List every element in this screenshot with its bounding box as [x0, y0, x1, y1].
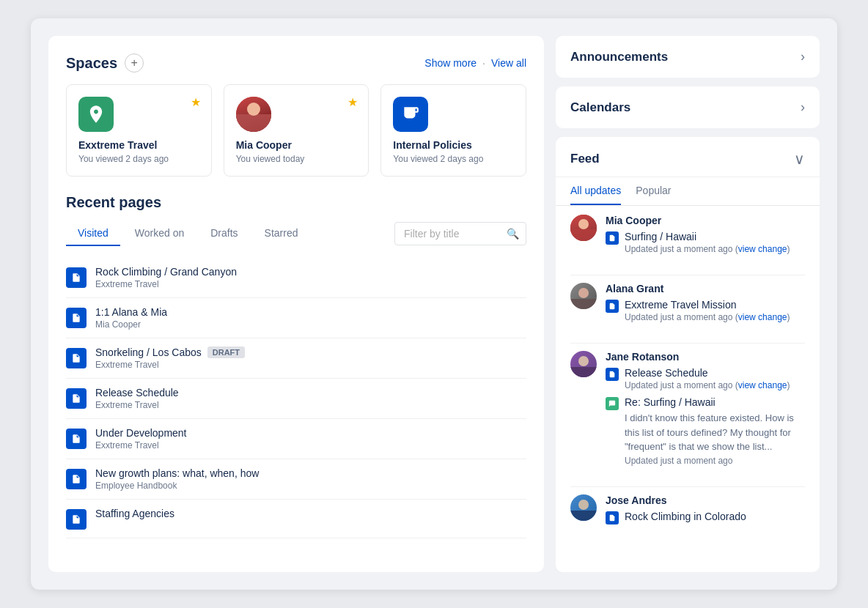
page-title-row: Release Schedule	[95, 387, 526, 398]
feed-divider	[570, 275, 805, 275]
feed-user-name-jane: Jane Rotanson	[606, 351, 805, 363]
page-doc-icon	[66, 388, 87, 409]
star-icon-mia: ★	[347, 95, 358, 109]
space-meta-mia: You viewed today	[236, 154, 305, 164]
feed-content-jane: Jane Rotanson Release Schedule Updated j…	[606, 351, 805, 469]
space-name-mia: Mia Cooper	[236, 139, 292, 151]
feed-item-doc-icon	[606, 300, 619, 313]
view-change-link-mia[interactable]: view change	[738, 244, 787, 254]
recent-pages-section: Recent pages Visited Worked on Drafts St…	[66, 194, 526, 538]
view-all-link[interactable]: View all	[491, 57, 526, 69]
calendars-card: Calendars ›	[556, 86, 820, 128]
feed-collapse-icon[interactable]: ∨	[794, 150, 805, 168]
feed-avatar-mia	[570, 215, 597, 241]
feed-divider	[570, 343, 805, 344]
spaces-cards: ★ Exxtreme Travel You viewed 2 days ago …	[66, 84, 526, 177]
calendars-row[interactable]: Calendars ›	[556, 86, 820, 128]
page-item-alana-mia[interactable]: 1:1 Alana & Mia Mia Cooper	[66, 298, 526, 338]
page-item-staffing-agencies[interactable]: Staffing Agencies	[66, 500, 526, 538]
spaces-header: Spaces + Show more · View all	[66, 53, 526, 73]
feed-item-doc-icon	[606, 511, 619, 524]
page-title-row: Under Development	[95, 427, 526, 439]
space-icon-internal	[393, 97, 428, 132]
feed-item-title-re-surfing[interactable]: Re: Surfing / Hawaii	[625, 396, 805, 408]
feed-card: Feed ∨ All updates Popular	[556, 137, 820, 572]
feed-item-comment-text: I didn't know this feature existed. How …	[625, 411, 805, 454]
feed-item-title-release[interactable]: Release Schedule	[625, 367, 805, 379]
show-more-link[interactable]: Show more	[424, 57, 477, 69]
page-item-snorkeling[interactable]: Snorkeling / Los Cabos DRAFT Exxtreme Tr…	[66, 338, 526, 379]
add-space-button[interactable]: +	[125, 53, 144, 73]
announcements-card: Announcements ›	[556, 36, 820, 78]
page-info: 1:1 Alana & Mia Mia Cooper	[95, 306, 526, 330]
tab-drafts[interactable]: Drafts	[199, 221, 249, 246]
tab-worked-on[interactable]: Worked on	[123, 221, 196, 246]
view-change-link-alana[interactable]: view change	[738, 312, 787, 322]
feed-item-meta-surfing: Updated just a moment ago (view change)	[625, 244, 805, 254]
space-icon-travel	[78, 97, 114, 132]
feed-group-mia: Mia Cooper Surfing / Hawaii Updated just…	[570, 215, 805, 257]
feed-item-release: Release Schedule Updated just a moment a…	[606, 367, 805, 390]
feed-user-name-alana: Alana Grant	[606, 283, 805, 294]
feed-item-meta-comment: Updated just a moment ago	[625, 456, 805, 466]
spaces-links: Show more · View all	[424, 57, 526, 69]
feed-tab-popular[interactable]: Popular	[636, 185, 671, 205]
page-info: New growth plans: what, when, how Employ…	[95, 467, 526, 491]
page-info: Rock Climbing / Grand Canyon Exxtreme Tr…	[95, 266, 526, 289]
page-title: Staffing Agencies	[95, 508, 174, 519]
page-space: Mia Cooper	[95, 319, 526, 330]
page-info: Under Development Exxtreme Travel	[95, 427, 526, 451]
feed-item-title-alana[interactable]: Exxtreme Travel Mission	[625, 299, 805, 311]
feed-item-title-surfing[interactable]: Surfing / Hawaii	[625, 231, 805, 242]
feed-tab-all-updates[interactable]: All updates	[570, 185, 621, 205]
page-title-row: Staffing Agencies	[95, 508, 526, 519]
feed-item-re-surfing: Re: Surfing / Hawaii I didn't know this …	[606, 396, 805, 466]
page-doc-icon	[66, 348, 87, 368]
announcements-row[interactable]: Announcements ›	[556, 36, 820, 78]
page-space: Exxtreme Travel	[95, 440, 526, 451]
feed-avatar-alana	[570, 283, 597, 309]
space-card-exxtreme-travel[interactable]: ★ Exxtreme Travel You viewed 2 days ago	[66, 84, 212, 177]
feed-item-body: Surfing / Hawaii Updated just a moment a…	[625, 231, 805, 254]
feed-item-surfing: Surfing / Hawaii Updated just a moment a…	[606, 231, 805, 254]
view-change-link-jane[interactable]: view change	[738, 380, 787, 390]
feed-item-comment-icon	[606, 397, 619, 410]
draft-badge: DRAFT	[207, 346, 245, 358]
tab-starred[interactable]: Starred	[253, 221, 310, 246]
page-title-row: Rock Climbing / Grand Canyon	[95, 266, 526, 278]
announcements-title: Announcements	[570, 50, 668, 64]
page-space: Exxtreme Travel	[95, 360, 526, 370]
feed-item-body: Rock Climbing in Colorado	[625, 511, 805, 522]
feed-item-body-comment: Re: Surfing / Hawaii I didn't know this …	[625, 396, 805, 466]
spaces-title-group: Spaces +	[66, 53, 144, 73]
filter-input-wrap: 🔍	[394, 222, 526, 245]
feed-user-name-jose: Jose Andres	[606, 494, 805, 506]
feed-item-meta-release: Updated just a moment ago (view change)	[625, 380, 805, 390]
left-panel: Spaces + Show more · View all	[48, 36, 544, 572]
page-item-under-development[interactable]: Under Development Exxtreme Travel	[66, 419, 526, 459]
feed-item-travel-mission: Exxtreme Travel Mission Updated just a m…	[606, 299, 805, 322]
feed-group-jose: Jose Andres Rock Climbing in Colorado	[570, 494, 805, 527]
feed-group-alana: Alana Grant Exxtreme Travel Mission Upda…	[570, 283, 805, 325]
pages-list: Rock Climbing / Grand Canyon Exxtreme Tr…	[66, 258, 526, 538]
feed-item-doc-icon	[606, 231, 619, 245]
feed-tabs: All updates Popular	[556, 177, 820, 206]
calendars-title: Calendars	[570, 100, 630, 115]
space-card-mia-cooper[interactable]: ★ Mia Cooper You viewed today	[224, 84, 369, 177]
page-item-rock-climbing[interactable]: Rock Climbing / Grand Canyon Exxtreme Tr…	[66, 258, 526, 298]
spaces-title: Spaces	[66, 55, 117, 72]
feed-avatar-jose	[570, 494, 597, 521]
page-space: Employee Handbook	[95, 481, 526, 491]
pages-tabs: Visited Worked on Drafts Starred	[66, 221, 313, 246]
main-container: Spaces + Show more · View all	[31, 18, 837, 590]
feed-item-meta-alana: Updated just a moment ago (view change)	[625, 312, 805, 322]
page-item-release-schedule[interactable]: Release Schedule Exxtreme Travel	[66, 379, 526, 419]
page-space: Exxtreme Travel	[95, 279, 526, 289]
feed-item-title-jose[interactable]: Rock Climbing in Colorado	[625, 511, 805, 522]
space-meta-exxtreme: You viewed 2 days ago	[78, 154, 169, 164]
page-doc-icon	[66, 469, 87, 489]
feed-title: Feed	[570, 152, 600, 166]
tab-visited[interactable]: Visited	[66, 221, 120, 246]
space-card-internal-policies[interactable]: Internal Policies You viewed 2 days ago	[380, 84, 526, 177]
page-item-growth-plans[interactable]: New growth plans: what, when, how Employ…	[66, 459, 526, 500]
